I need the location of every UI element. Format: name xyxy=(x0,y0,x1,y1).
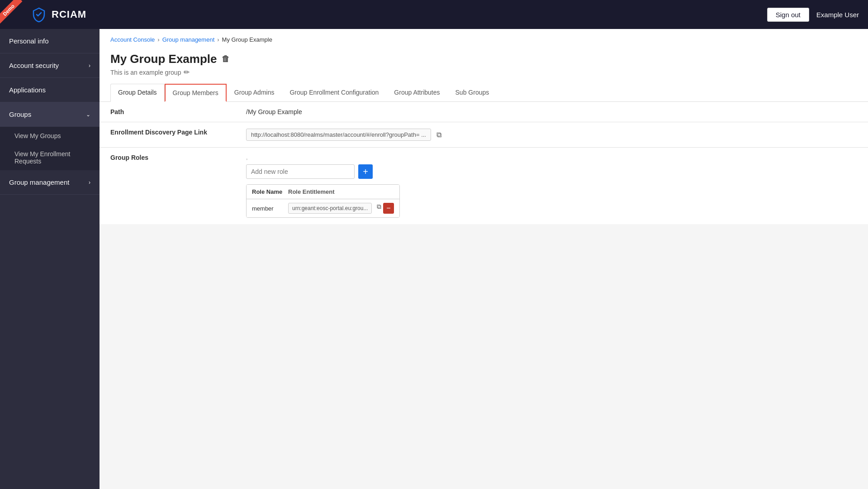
sidebar-item-applications[interactable]: Applications xyxy=(0,78,100,102)
main-content: Account Console › Group management › My … xyxy=(100,29,868,489)
tab-group-attributes[interactable]: Group Attributes xyxy=(386,84,447,102)
sidebar-item-account-security-label: Account security xyxy=(9,62,59,69)
view-my-groups-label: View My Groups xyxy=(14,132,61,139)
comma-text: , xyxy=(246,154,857,161)
content-filler xyxy=(100,224,868,489)
navbar-right: Sign out Example User xyxy=(767,8,859,22)
rciam-logo-icon xyxy=(31,6,47,23)
tab-group-admins[interactable]: Group Admins xyxy=(227,84,282,102)
tab-group-members[interactable]: Group Members xyxy=(165,84,227,102)
page-subtitle-row: This is an example group ✏ xyxy=(110,68,857,77)
chevron-right-icon: › xyxy=(89,62,90,69)
tab-sub-groups[interactable]: Sub Groups xyxy=(448,84,497,102)
tab-group-details[interactable]: Group Details xyxy=(110,84,165,102)
chevron-down-icon: ⌄ xyxy=(86,111,90,118)
breadcrumb-sep-2: › xyxy=(217,36,219,43)
entitlement-value: urn:geant:eosc-portal.eu:grou... xyxy=(288,203,372,214)
sidebar-item-personal-info[interactable]: Personal info xyxy=(0,29,100,53)
navbar: Demo RCIAM Sign out Example User xyxy=(0,0,868,29)
sidebar-item-view-my-enrollment-requests[interactable]: View My Enrollment Requests xyxy=(0,145,100,170)
enrollment-link-text: http://localhost:8080/realms/master/acco… xyxy=(246,129,431,141)
sidebar-item-group-management-label: Group management xyxy=(9,178,69,186)
path-label: Path xyxy=(110,108,246,115)
sidebar: Personal info Account security › Applica… xyxy=(0,29,100,489)
sidebar-item-group-management[interactable]: Group management › xyxy=(0,170,100,195)
role-actions: ⧉ − xyxy=(377,203,394,214)
col-role-entitlement: Role Entitlement xyxy=(288,188,394,195)
sidebar-item-groups-label: Groups xyxy=(9,110,31,118)
group-roles-label: Group Roles xyxy=(110,154,246,161)
copy-enrollment-link-button[interactable]: ⧉ xyxy=(435,129,443,141)
sidebar-item-account-security[interactable]: Account security › xyxy=(0,53,100,78)
breadcrumb-current: My Group Example xyxy=(222,36,272,43)
logo-text: RCIAM xyxy=(52,9,86,20)
page-title-row: My Group Example 🗑 xyxy=(110,52,857,66)
col-role-name: Role Name xyxy=(252,188,288,195)
tabs-bar: Group Details Group Members Group Admins… xyxy=(100,84,868,102)
tab-group-enrollment-configuration[interactable]: Group Enrollment Configuration xyxy=(282,84,386,102)
demo-ribbon: Demo xyxy=(0,0,27,27)
breadcrumb: Account Console › Group management › My … xyxy=(100,29,868,47)
enrollment-link-box: http://localhost:8080/realms/master/acco… xyxy=(246,129,857,141)
breadcrumb-account-console[interactable]: Account Console xyxy=(110,36,155,43)
roles-content: , + Role Name Role Entitlement member ur… xyxy=(246,154,857,218)
demo-label: Demo xyxy=(0,0,22,24)
enrollment-value: http://localhost:8080/realms/master/acco… xyxy=(246,129,857,141)
breadcrumb-sep-1: › xyxy=(157,36,159,43)
edit-group-icon[interactable]: ✏ xyxy=(184,68,190,77)
enrollment-label: Enrollment Discovery Page Link xyxy=(110,129,246,136)
add-role-row: + xyxy=(246,164,857,179)
sidebar-item-view-my-groups[interactable]: View My Groups xyxy=(0,127,100,145)
roles-table-header: Role Name Role Entitlement xyxy=(247,185,399,199)
group-roles-row: Group Roles , + Role Name Role Entitleme… xyxy=(100,148,868,224)
sign-out-button[interactable]: Sign out xyxy=(767,8,809,22)
roles-table: Role Name Role Entitlement member urn:ge… xyxy=(246,184,400,218)
enrollment-row: Enrollment Discovery Page Link http://lo… xyxy=(100,122,868,148)
add-role-button[interactable]: + xyxy=(358,164,373,179)
page-title: My Group Example xyxy=(110,52,217,66)
role-name-cell: member xyxy=(252,205,288,212)
role-entitlement-cell: urn:geant:eosc-portal.eu:grou... xyxy=(288,203,373,214)
path-row: Path /My Group Example xyxy=(100,102,868,122)
groups-submenu: View My Groups View My Enrollment Reques… xyxy=(0,127,100,170)
breadcrumb-group-management[interactable]: Group management xyxy=(162,36,215,43)
add-role-input[interactable] xyxy=(246,164,355,179)
path-value: /My Group Example xyxy=(246,108,857,115)
view-my-enrollment-requests-label: View My Enrollment Requests xyxy=(14,150,70,165)
user-name: Example User xyxy=(816,11,859,19)
app-layout: Personal info Account security › Applica… xyxy=(0,29,868,489)
page-subtitle: This is an example group xyxy=(110,69,181,76)
copy-role-button[interactable]: ⧉ xyxy=(377,203,381,214)
chevron-right-icon-gm: › xyxy=(89,179,90,186)
delete-group-icon[interactable]: 🗑 xyxy=(222,54,230,64)
navbar-left: RCIAM xyxy=(31,6,86,23)
sidebar-item-groups[interactable]: Groups ⌄ xyxy=(0,102,100,127)
delete-role-button[interactable]: − xyxy=(383,203,394,214)
sidebar-item-personal-info-label: Personal info xyxy=(9,37,49,45)
table-row: member urn:geant:eosc-portal.eu:grou... … xyxy=(247,199,399,217)
page-header: My Group Example 🗑 This is an example gr… xyxy=(100,47,868,78)
sidebar-item-applications-label: Applications xyxy=(9,86,46,94)
